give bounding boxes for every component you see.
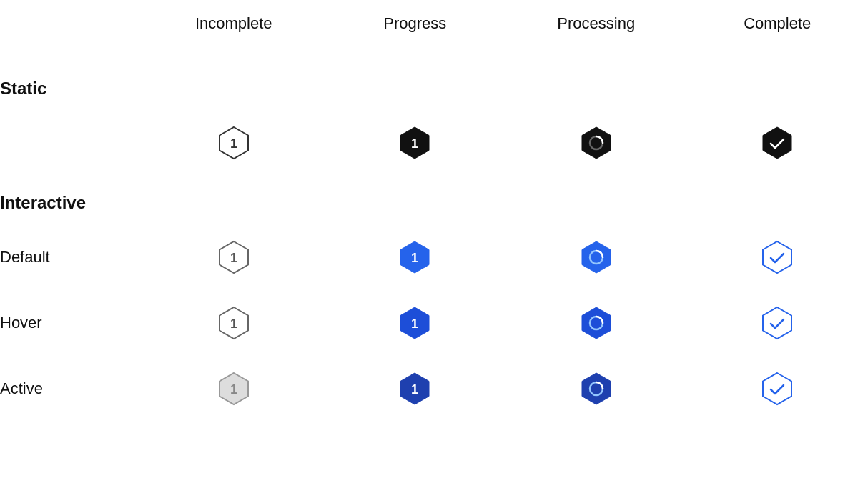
interactive-default-processing-icon — [578, 239, 615, 276]
interactive-default-complete-icon — [759, 239, 796, 276]
interactive-default-progress-cell[interactable]: 1 — [325, 224, 506, 290]
svg-text:1: 1 — [230, 382, 237, 397]
interactive-hover-progress-icon: 1 — [396, 304, 433, 342]
interactive-hover-incomplete-icon: 1 — [215, 304, 252, 342]
static-row-label — [0, 110, 143, 176]
static-incomplete-icon: 1 — [215, 124, 252, 161]
static-processing-cell — [505, 110, 687, 176]
svg-text:1: 1 — [411, 382, 418, 397]
svg-marker-4 — [582, 127, 611, 159]
interactive-default-incomplete-cell[interactable]: 1 — [143, 224, 325, 290]
svg-marker-20 — [763, 307, 791, 339]
section-static-label: Static — [0, 61, 868, 110]
static-incomplete-cell: 1 — [143, 110, 325, 176]
static-processing-icon — [578, 124, 615, 161]
interactive-default-processing-cell[interactable] — [505, 224, 687, 290]
interactive-hover-progress-cell[interactable]: 1 — [325, 290, 506, 356]
svg-marker-6 — [763, 127, 791, 159]
interactive-hover-processing-cell[interactable] — [505, 290, 687, 356]
interactive-hover-label: Hover — [0, 290, 143, 356]
svg-marker-27 — [763, 373, 791, 404]
interactive-active-complete-cell[interactable] — [687, 356, 869, 422]
interactive-active-processing-icon — [578, 370, 615, 407]
svg-text:1: 1 — [230, 136, 237, 151]
svg-text:1: 1 — [230, 251, 237, 265]
svg-text:1: 1 — [411, 317, 418, 331]
interactive-active-processing-cell[interactable] — [505, 356, 687, 422]
interactive-default-progress-icon: 1 — [396, 239, 433, 276]
interactive-hover-processing-icon — [578, 304, 615, 342]
col-header-progress: Progress — [325, 0, 506, 61]
col-header-processing: Processing — [505, 0, 687, 61]
interactive-active-label: Active — [0, 356, 143, 422]
svg-text:1: 1 — [411, 251, 418, 265]
col-header-complete: Complete — [687, 0, 869, 61]
interactive-default-label: Default — [0, 224, 143, 290]
interactive-hover-incomplete-cell[interactable]: 1 — [143, 290, 325, 356]
interactive-active-progress-icon: 1 — [396, 370, 433, 407]
svg-text:1: 1 — [230, 317, 237, 331]
interactive-active-progress-cell[interactable]: 1 — [325, 356, 506, 422]
svg-text:1: 1 — [411, 136, 418, 151]
col-header-incomplete: Incomplete — [143, 0, 325, 61]
section-interactive-label: Interactive — [0, 176, 868, 224]
static-progress-cell: 1 — [325, 110, 506, 176]
interactive-hover-complete-icon — [759, 304, 796, 342]
header-empty — [0, 0, 143, 61]
static-progress-icon: 1 — [396, 124, 433, 161]
interactive-active-complete-icon — [759, 370, 796, 407]
interactive-active-incomplete-icon: 1 — [215, 370, 252, 407]
static-complete-icon — [759, 124, 796, 161]
svg-marker-11 — [582, 241, 611, 273]
svg-marker-13 — [763, 241, 791, 273]
interactive-default-complete-cell[interactable] — [687, 224, 869, 290]
interactive-active-incomplete-cell[interactable]: 1 — [143, 356, 325, 422]
svg-marker-18 — [582, 307, 611, 339]
interactive-default-incomplete-icon: 1 — [215, 239, 252, 276]
static-complete-cell — [687, 110, 869, 176]
svg-marker-25 — [582, 373, 611, 404]
main-grid: Incomplete Progress Processing Complete … — [0, 0, 868, 422]
interactive-hover-complete-cell[interactable] — [687, 290, 869, 356]
